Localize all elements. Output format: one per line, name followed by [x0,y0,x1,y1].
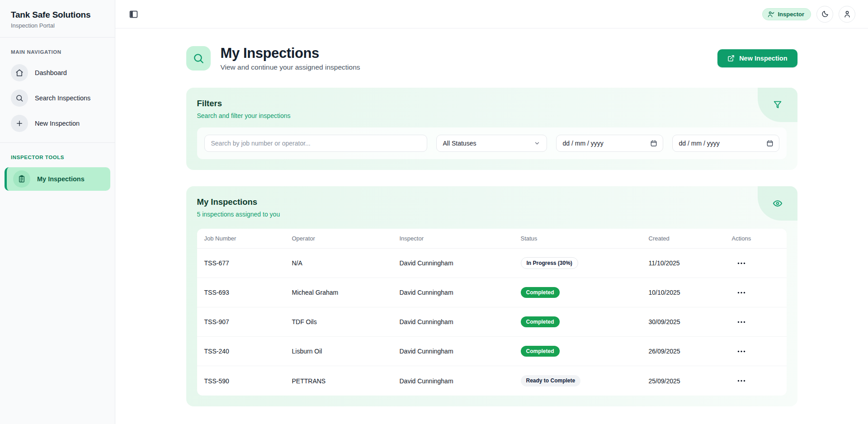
new-inspection-button-label: New Inspection [739,55,787,62]
cell-inspector: David Cunningham [400,348,521,355]
cell-created: 26/09/2025 [649,348,732,355]
sidebar-item-search-inspections[interactable]: Search Inspections [0,86,115,110]
status-badge: Completed [521,346,560,357]
cell-job-number: TSS-240 [204,348,292,355]
sidebar: Tank Safe Solutions Inspection Portal MA… [0,0,115,424]
filters-subtitle: Search and filter your inspections [197,112,787,119]
topbar: Inspector [115,0,868,28]
nav-section-inspector-tools: INSPECTOR TOOLS [0,143,115,165]
row-actions-button[interactable] [734,377,749,385]
sidebar-item-label: Search Inspections [35,94,90,102]
cell-operator: Micheal Graham [292,289,400,296]
cell-job-number: TSS-590 [204,377,292,385]
role-badge-label: Inspector [778,11,804,18]
column-header-inspector: Inspector [400,235,521,242]
row-actions-button[interactable] [734,259,749,267]
inspections-title: My Inspections [197,197,787,207]
status-select[interactable]: All Statuses [436,135,547,152]
calendar-icon [650,140,657,147]
search-input[interactable] [204,135,427,152]
app-subtitle: Inspection Portal [11,22,104,29]
table-row: TSS-693 Micheal Graham David Cunningham … [197,278,787,307]
plus-icon [11,115,28,132]
cell-operator: N/A [292,259,400,267]
cell-inspector: David Cunningham [400,289,521,296]
chevron-down-icon [534,140,540,146]
sidebar-item-dashboard[interactable]: Dashboard [0,61,115,85]
column-header-actions: Actions [732,235,779,242]
status-select-value: All Statuses [443,140,476,147]
topbar-right-cluster: Inspector [762,6,855,23]
sidebar-item-label: Dashboard [35,69,67,76]
sidebar-toggle-button[interactable] [129,9,138,19]
date-from-input[interactable]: dd / mm / yyyy [556,135,663,152]
role-badge: Inspector [762,8,811,20]
cell-created: 30/09/2025 [649,318,732,325]
column-header-created: Created [649,235,732,242]
calendar-icon [766,140,774,147]
funnel-icon [773,100,783,110]
row-actions-button[interactable] [734,348,749,355]
user-check-icon [768,11,774,18]
cell-inspector: David Cunningham [400,318,521,325]
table-row: TSS-590 PETTRANS David Cunningham Ready … [197,366,787,396]
cell-inspector: David Cunningham [400,377,521,385]
inspections-card: My Inspections 5 inspections assigned to… [186,186,797,406]
sidebar-item-label: My Inspections [37,175,85,183]
app-window: Tank Safe Solutions Inspection Portal MA… [0,0,868,424]
inspections-table: Job Number Operator Inspector Status Cre… [197,229,787,396]
inspections-subtitle: 5 inspections assigned to you [197,211,787,218]
date-to-value: dd / mm / yyyy [679,140,720,147]
sidebar-item-new-inspection[interactable]: New Inspection [0,112,115,135]
cell-operator: TDF Oils [292,318,400,325]
cell-created: 11/10/2025 [649,259,732,267]
status-badge: In Progress (30%) [521,257,578,269]
page-header: My Inspections View and continue your as… [186,45,797,71]
filters-bar: All Statuses dd / mm / yyyy [197,127,787,159]
nav-section-main: MAIN NAVIGATION [0,38,115,59]
clipboard-icon [13,170,30,188]
cell-job-number: TSS-693 [204,289,292,296]
brand-block: Tank Safe Solutions Inspection Portal [0,0,115,38]
date-from-value: dd / mm / yyyy [563,140,604,147]
page-title: My Inspections [221,45,360,61]
status-badge: Ready to Complete [521,375,581,386]
cell-operator: Lisburn Oil [292,348,400,355]
new-inspection-button[interactable]: New Inspection [717,49,797,67]
row-actions-button[interactable] [734,318,749,326]
status-badge: Completed [521,287,560,298]
page-title-icon-tile [186,46,211,71]
sidebar-item-label: New Inspection [35,120,80,127]
search-icon [11,90,28,107]
moon-icon [821,10,829,18]
cell-job-number: TSS-907 [204,318,292,325]
main-area: Inspector [115,0,868,424]
date-to-input[interactable]: dd / mm / yyyy [672,135,779,152]
filters-title: Filters [197,99,787,108]
table-row: TSS-240 Lisburn Oil David Cunningham Com… [197,337,787,366]
filters-card: Filters Search and filter your inspectio… [186,88,797,170]
column-header-status: Status [521,235,649,242]
theme-toggle-button[interactable] [816,6,833,23]
panel-left-icon [129,9,138,19]
column-header-job-number: Job Number [204,235,292,242]
row-actions-button[interactable] [734,289,749,297]
column-header-operator: Operator [292,235,400,242]
page-subtitle: View and continue your assigned inspecti… [221,63,360,71]
sidebar-item-my-inspections[interactable]: My Inspections [5,167,110,191]
search-icon [193,52,204,64]
account-button[interactable] [839,6,855,23]
eye-icon [773,198,783,208]
status-badge: Completed [521,316,560,327]
table-header-row: Job Number Operator Inspector Status Cre… [197,229,787,249]
cell-operator: PETTRANS [292,377,400,385]
page-content: My Inspections View and continue your as… [115,28,868,424]
cell-created: 10/10/2025 [649,289,732,296]
cell-created: 25/09/2025 [649,377,732,385]
home-icon [11,64,28,81]
cell-job-number: TSS-677 [204,259,292,267]
cell-inspector: David Cunningham [400,259,521,267]
app-title: Tank Safe Solutions [11,10,104,20]
user-icon [843,10,851,18]
external-link-icon [727,55,735,62]
